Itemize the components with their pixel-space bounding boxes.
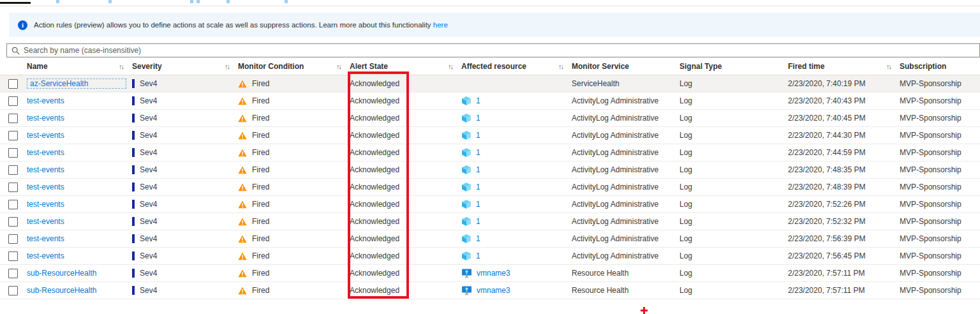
row-checkbox[interactable] [8, 200, 18, 209]
table-row[interactable]: test-events Sev4 Fired Acknowledged [0, 110, 980, 127]
alert-state-label: Acknowledged [350, 148, 399, 157]
affected-resource-link[interactable]: 1 [476, 96, 480, 105]
affected-resource-link[interactable]: 1 [476, 114, 480, 123]
column-header-severity[interactable]: Severity ↑↓ [132, 62, 238, 71]
column-header-name[interactable]: Name ↑↓ [27, 62, 132, 71]
name-cell: test-events [27, 131, 132, 140]
sort-icon[interactable]: ↑↓ [558, 63, 563, 70]
affected-resource-link[interactable]: 1 [476, 148, 480, 157]
alert-name-link[interactable]: test-events [27, 217, 64, 226]
severity-bar-icon [132, 217, 135, 226]
alert-state-label: Acknowledged [350, 96, 399, 105]
table-row[interactable]: test-events Sev4 Fired Acknowledged [0, 248, 980, 265]
alert-name-link[interactable]: test-events [27, 200, 64, 209]
row-checkbox[interactable] [8, 165, 18, 175]
warning-triangle-icon [238, 183, 247, 191]
table-row[interactable]: sub-ResourceHealth Sev4 Fired Acknowledg… [0, 282, 980, 299]
row-checkbox[interactable] [8, 251, 18, 261]
column-header-monitor-service[interactable]: Monitor Service [572, 62, 679, 71]
alert-name-link[interactable]: test-events [27, 131, 64, 140]
table-row[interactable]: test-events Sev4 Fired Acknowledged [0, 179, 980, 196]
monitor-condition-cell: Fired [238, 200, 350, 209]
monitor-service-label: Resource Health [572, 286, 628, 295]
subscription-label: MVP-Sponsorship [900, 165, 961, 174]
signal-type-label: Log [679, 96, 692, 105]
column-header-monitor-condition[interactable]: Monitor Condition ↑↓ [238, 62, 350, 71]
severity-bar-icon [132, 251, 135, 260]
affected-resource-link[interactable]: 1 [476, 234, 480, 243]
alert-name-link[interactable]: test-events [27, 183, 64, 191]
table-row[interactable]: az-ServiceHealth Sev4 Fired Acknowledged [0, 75, 980, 93]
severity-bar-icon [132, 200, 135, 209]
monitor-service-cell: ActivityLog Administrative [572, 200, 679, 209]
column-header-fired-time[interactable]: Fired time ↑↓ [788, 62, 900, 71]
monitor-condition-label: Fired [252, 251, 269, 260]
row-checkbox[interactable] [8, 131, 18, 140]
alert-name-link[interactable]: test-events [27, 96, 64, 105]
alert-state-cell: Acknowledged [350, 234, 461, 243]
column-header-alert-state[interactable]: Alert State ↑↓ [350, 62, 461, 71]
checkbox-cell [6, 217, 27, 227]
signal-type-cell: Log [679, 251, 788, 260]
sort-icon[interactable]: ↑↓ [225, 63, 229, 70]
alert-name-link[interactable]: sub-ResourceHealth [27, 286, 96, 295]
row-checkbox[interactable] [8, 217, 18, 227]
clipped-toolbar-icon [197, 0, 200, 3]
sort-icon[interactable]: ↑↓ [119, 63, 123, 70]
affected-resource-link[interactable]: 1 [476, 183, 480, 191]
monitor-service-cell: ActivityLog Administrative [572, 251, 679, 260]
alert-name-link[interactable]: test-events [27, 234, 64, 243]
table-row[interactable]: test-events Sev4 Fired Acknowledged [0, 230, 980, 248]
table-row[interactable]: test-events Sev4 Fired Acknowledged [0, 196, 980, 213]
alert-name-link[interactable]: sub-ResourceHealth [27, 269, 96, 278]
column-header-signal-type[interactable]: Signal Type [679, 62, 788, 71]
table-row[interactable]: test-events Sev4 Fired Acknowledged [0, 161, 980, 179]
affected-resource-link[interactable]: 1 [476, 217, 480, 226]
monitor-service-label: Resource Health [572, 269, 628, 278]
sort-icon[interactable]: ↑↓ [336, 63, 341, 70]
table-row[interactable]: test-events Sev4 Fired Acknowledged [0, 213, 980, 230]
monitor-condition-label: Fired [252, 217, 269, 226]
severity-cell: Sev4 [132, 234, 238, 243]
monitor-service-cell: ActivityLog Administrative [572, 114, 679, 123]
resource-cube-icon [461, 165, 471, 175]
column-header-subscription[interactable]: Subscription [900, 62, 980, 71]
alert-name-link[interactable]: test-events [27, 165, 64, 174]
warning-triangle-icon [238, 200, 247, 209]
row-checkbox[interactable] [8, 148, 18, 158]
affected-resource-link[interactable]: 1 [476, 131, 480, 140]
row-checkbox[interactable] [8, 96, 18, 106]
table-row[interactable]: sub-ResourceHealth Sev4 Fired Acknowledg… [0, 265, 980, 282]
affected-resource-link[interactable]: 1 [476, 251, 480, 260]
subscription-cell: MVP-Sponsorship [900, 79, 980, 88]
row-checkbox[interactable] [8, 79, 18, 89]
name-cell: test-events [27, 251, 132, 260]
resource-cube-icon [461, 96, 471, 106]
signal-type-cell: Log [679, 234, 788, 243]
affected-resource-link[interactable]: 1 [476, 165, 480, 174]
row-checkbox[interactable] [8, 234, 18, 244]
column-header-affected-resource[interactable]: Affected resource ↑↓ [461, 62, 572, 71]
row-checkbox[interactable] [8, 114, 18, 123]
table-row[interactable]: test-events Sev4 Fired Acknowledged [0, 144, 980, 161]
row-checkbox[interactable] [8, 286, 18, 295]
affected-resource-link[interactable]: vmname3 [477, 286, 510, 295]
name-cell: test-events [27, 96, 132, 105]
banner-here-link[interactable]: here [433, 21, 448, 29]
alert-name-link[interactable]: test-events [27, 251, 64, 260]
row-checkbox[interactable] [8, 269, 18, 278]
search-box[interactable] [6, 43, 980, 57]
alert-name-link[interactable]: az-ServiceHealth [27, 78, 126, 89]
alert-name-link[interactable]: test-events [27, 148, 64, 157]
row-checkbox[interactable] [8, 183, 18, 192]
affected-resource-link[interactable]: 1 [476, 200, 480, 209]
sort-icon[interactable]: ↑↓ [448, 63, 452, 70]
table-row[interactable]: test-events Sev4 Fired Acknowledged [0, 127, 980, 144]
table-row[interactable]: test-events Sev4 Fired Acknowledged [0, 93, 980, 110]
affected-resource-link[interactable]: vmname3 [477, 269, 510, 278]
alert-name-link[interactable]: test-events [27, 114, 64, 123]
search-input[interactable] [24, 46, 979, 55]
sort-icon[interactable]: ↑↓ [886, 63, 891, 70]
severity-label: Sev4 [140, 269, 157, 278]
severity-label: Sev4 [140, 286, 157, 295]
